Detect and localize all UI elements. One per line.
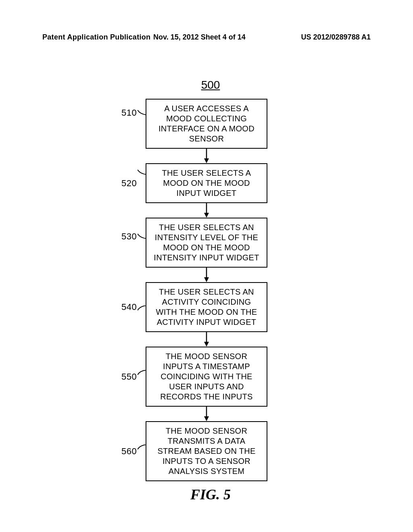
leader-line-540 xyxy=(138,305,146,311)
step-row-540: 540 THE USER SELECTS AN ACTIVITY COINCID… xyxy=(146,282,267,332)
flowchart-diagram: 500 510 A USER ACCESSES A MOOD COLLECTIN… xyxy=(0,79,413,503)
figure-caption: FIG. 5 xyxy=(190,486,231,503)
step-label-540: 540 xyxy=(121,302,137,312)
leader-line-530 xyxy=(138,234,146,239)
leader-line-550 xyxy=(138,370,146,376)
arrow-530-540 xyxy=(203,268,210,282)
step-box-520: THE USER SELECTS A MOOD ON THE MOOD INPU… xyxy=(146,163,267,203)
arrow-550-560 xyxy=(203,407,210,421)
figure-number: 500 xyxy=(201,79,220,91)
svg-marker-5 xyxy=(204,277,209,282)
flow-container: 510 A USER ACCESSES A MOOD COLLECTING IN… xyxy=(146,99,267,481)
arrow-520-530 xyxy=(203,203,210,218)
step-row-550: 550 THE MOOD SENSOR INPUTS A TIMESTAMP C… xyxy=(146,347,267,407)
leader-line-560 xyxy=(138,445,146,450)
step-row-530: 530 THE USER SELECTS AN INTENSITY LEVEL … xyxy=(146,218,267,268)
step-label-560: 560 xyxy=(121,446,137,457)
svg-marker-3 xyxy=(204,213,209,218)
header-right: US 2012/0289788 A1 xyxy=(301,33,371,42)
leader-line-520 xyxy=(138,170,146,175)
leader-line-510 xyxy=(138,110,146,116)
step-label-530: 530 xyxy=(121,231,137,242)
step-box-540: THE USER SELECTS AN ACTIVITY COINCIDING … xyxy=(146,282,267,332)
arrow-540-550 xyxy=(203,332,210,347)
step-row-520: 520 THE USER SELECTS A MOOD ON THE MOOD … xyxy=(146,163,267,203)
step-box-530: THE USER SELECTS AN INTENSITY LEVEL OF T… xyxy=(146,218,267,268)
step-label-520: 520 xyxy=(121,178,137,189)
step-row-510: 510 A USER ACCESSES A MOOD COLLECTING IN… xyxy=(146,99,267,149)
step-row-560: 560 THE MOOD SENSOR TRANSMITS A DATA STR… xyxy=(146,421,267,481)
svg-marker-7 xyxy=(204,342,209,347)
header-left: Patent Application Publication xyxy=(42,33,150,42)
header-center: Nov. 15, 2012 Sheet 4 of 14 xyxy=(153,33,246,42)
svg-marker-9 xyxy=(204,416,209,421)
page-header: Patent Application Publication Nov. 15, … xyxy=(0,33,413,42)
step-label-510: 510 xyxy=(121,108,137,118)
arrow-510-520 xyxy=(203,149,210,163)
step-box-510: A USER ACCESSES A MOOD COLLECTING INTERF… xyxy=(146,99,267,149)
svg-marker-1 xyxy=(204,158,209,163)
step-label-550: 550 xyxy=(121,372,137,382)
step-box-560: THE MOOD SENSOR TRANSMITS A DATA STREAM … xyxy=(146,421,267,481)
step-box-550: THE MOOD SENSOR INPUTS A TIMESTAMP COINC… xyxy=(146,347,267,407)
